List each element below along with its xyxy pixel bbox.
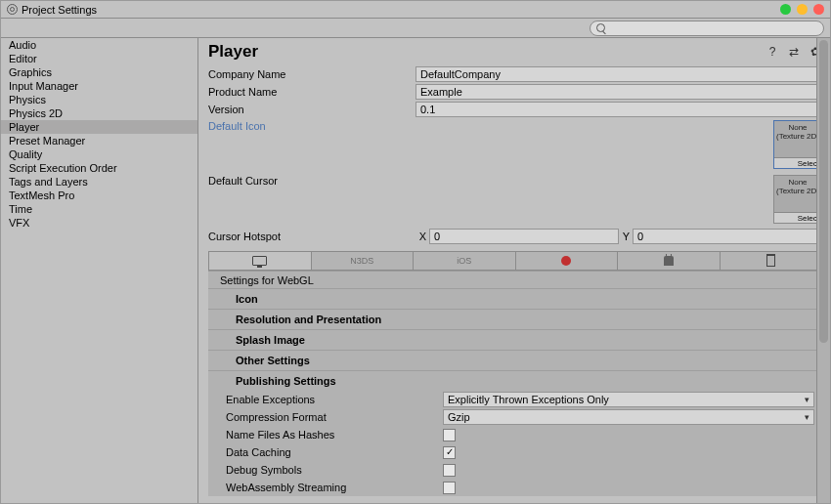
sidebar-item-tags-and-layers[interactable]: Tags and Layers	[1, 175, 197, 189]
cursor-x-label: X	[416, 231, 429, 242]
sidebar-item-vfx[interactable]: VFX	[1, 216, 197, 230]
tab-n3ds[interactable]: N3DS	[312, 252, 415, 270]
cursor-y-label: Y	[619, 231, 633, 242]
cursor-y-input[interactable]	[633, 229, 822, 244]
version-label: Version	[208, 104, 416, 115]
default-icon-label: Default Icon	[208, 120, 416, 169]
section-publishing[interactable]: Publishing Settings	[208, 370, 822, 391]
default-icon-select[interactable]: Select	[774, 157, 821, 168]
default-icon-well[interactable]: None (Texture 2D) Select	[773, 120, 822, 169]
data-caching-checkbox[interactable]: ✓	[443, 446, 456, 459]
settings-sidebar: AudioEditorGraphicsInput ManagerPhysicsP…	[1, 38, 198, 503]
gear-icon	[7, 4, 18, 15]
default-cursor-well[interactable]: None (Texture 2D) Select	[773, 175, 822, 224]
page-title: Player	[208, 42, 258, 62]
data-caching-label: Data Caching	[226, 446, 443, 458]
sidebar-item-quality[interactable]: Quality	[1, 147, 197, 161]
sidebar-item-editor[interactable]: Editor	[1, 52, 197, 65]
version-input[interactable]	[416, 102, 822, 117]
default-cursor-select[interactable]: Select	[774, 212, 821, 223]
default-cursor-placeholder: None (Texture 2D)	[774, 176, 821, 195]
sidebar-item-player[interactable]: Player	[1, 120, 197, 134]
sidebar-item-time[interactable]: Time	[1, 202, 197, 216]
name-hashes-label: Name Files As Hashes	[226, 429, 443, 441]
scrollbar-thumb[interactable]	[819, 40, 828, 343]
tab-standalone[interactable]	[209, 252, 312, 270]
scrollbar-vertical[interactable]	[816, 38, 830, 503]
sidebar-item-script-execution-order[interactable]: Script Execution Order	[1, 161, 197, 175]
help-icon[interactable]: ?	[765, 45, 779, 59]
search-icon	[596, 23, 605, 32]
exceptions-dropdown[interactable]: Explicitly Thrown Exceptions Only	[443, 392, 814, 407]
close-button[interactable]	[813, 4, 824, 15]
wasm-streaming-label: WebAssembly Streaming	[226, 482, 443, 493]
sidebar-item-graphics[interactable]: Graphics	[1, 65, 197, 79]
search-input[interactable]	[590, 21, 824, 36]
cursor-hotspot-label: Cursor Hotspot	[208, 231, 416, 242]
content-area: Player ? ⇄ ✿ Company Name Product Name	[198, 38, 830, 503]
section-icon[interactable]: Icon	[208, 288, 822, 309]
sidebar-item-physics[interactable]: Physics	[1, 93, 197, 106]
preset-icon[interactable]: ⇄	[787, 45, 801, 59]
compression-dropdown[interactable]: Gzip	[443, 409, 814, 425]
minimize-button[interactable]	[780, 4, 791, 15]
tab-android[interactable]	[618, 252, 721, 270]
maximize-button[interactable]	[797, 4, 808, 15]
exceptions-label: Enable Exceptions	[226, 394, 443, 405]
section-other[interactable]: Other Settings	[208, 350, 822, 370]
company-name-label: Company Name	[208, 68, 416, 80]
sidebar-item-physics-2d[interactable]: Physics 2D	[1, 106, 197, 120]
section-resolution[interactable]: Resolution and Presentation	[208, 309, 822, 329]
default-icon-placeholder: None (Texture 2D)	[774, 121, 821, 141]
window-controls	[780, 4, 824, 15]
sidebar-item-textmesh-pro[interactable]: TextMesh Pro	[1, 189, 197, 202]
compression-label: Compression Format	[226, 411, 443, 423]
default-cursor-label: Default Cursor	[208, 175, 416, 224]
name-hashes-checkbox[interactable]	[443, 429, 456, 441]
wasm-streaming-checkbox[interactable]	[443, 482, 456, 494]
debug-symbols-label: Debug Symbols	[226, 464, 443, 476]
tab-ios[interactable]: iOS	[414, 252, 516, 270]
sidebar-item-audio[interactable]: Audio	[1, 38, 197, 52]
debug-symbols-checkbox[interactable]	[443, 464, 456, 477]
android-icon	[664, 256, 674, 266]
platform-tabs: N3DS iOS	[208, 251, 822, 271]
tab-webgl[interactable]	[516, 252, 619, 270]
webgl-icon	[561, 256, 571, 266]
search-row	[1, 19, 830, 38]
sidebar-item-preset-manager[interactable]: Preset Manager	[1, 134, 197, 147]
company-name-input[interactable]	[416, 66, 822, 82]
product-name-label: Product Name	[208, 86, 416, 98]
monitor-icon	[252, 256, 267, 266]
section-splash[interactable]: Splash Image	[208, 329, 822, 350]
titlebar: Project Settings	[1, 1, 830, 19]
sidebar-item-input-manager[interactable]: Input Manager	[1, 79, 197, 93]
product-name-input[interactable]	[416, 84, 822, 100]
cursor-x-input[interactable]	[429, 229, 619, 244]
tab-other[interactable]	[721, 252, 822, 270]
settings-for-label: Settings for WebGL	[208, 271, 822, 288]
window-title: Project Settings	[22, 4, 97, 16]
trash-icon	[766, 256, 775, 267]
